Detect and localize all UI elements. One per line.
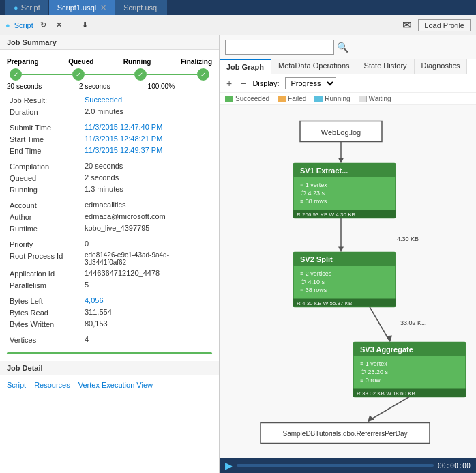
close-button[interactable]: ✕ [53, 19, 65, 31]
legend-running-box [314, 96, 323, 102]
root-process-value: ede81426-e9c1-43ad-9a4d-3d3441f0af62 [82, 250, 212, 268]
toolbar: ● Script ↻ ✕ ⬇ ✉ Load Profile [0, 15, 476, 35]
script-link[interactable]: Script [7, 381, 26, 389]
vertices-label: Vertices [7, 334, 82, 345]
edge-arrow-3 [386, 336, 392, 343]
weblog-label: WebLog.log [321, 128, 361, 137]
play-button[interactable]: ▶ [225, 460, 233, 471]
parallelism-label: Parallelism [7, 279, 82, 291]
sv1-detail2: ⏱ 4.23 s [300, 190, 325, 197]
sv2-detail3: ≡ 38 rows [300, 287, 327, 293]
priority-label: Priority [7, 238, 82, 250]
queued-label: Queued [7, 172, 82, 184]
tab-job-graph[interactable]: Job Graph [220, 59, 271, 74]
info-table: Job Result: Succeeded Duration 2.0 minut… [7, 94, 212, 345]
author-value: edmaca@microsoft.com [82, 211, 212, 223]
edge-arrow-2 [338, 247, 344, 253]
running-value: 1.3 minutes [82, 184, 212, 195]
priority-value: 0 [82, 238, 212, 250]
legend-succeeded: Succeeded [225, 95, 269, 102]
start-time-value: 11/3/2015 12:48:21 PM [82, 133, 212, 145]
account-label: Account [7, 199, 82, 211]
sv3-footer: R 33.02 KB W 18.60 KB [357, 390, 415, 397]
legend-succeeded-box [225, 96, 233, 102]
vertex-execution-link[interactable]: Vertex Execution View [78, 381, 153, 389]
legend-waiting: Waiting [359, 95, 391, 102]
output-label: SampleDBTutorials.dbo.ReferrersPerDay [282, 430, 407, 438]
tab-script2[interactable]: Script.usql [115, 0, 167, 15]
sv3-detail3: ≡ 0 row [360, 377, 381, 384]
submit-time-value: 11/3/2015 12:47:40 PM [82, 121, 212, 133]
app-id-label: Application Id [7, 268, 82, 279]
tab-script[interactable]: ● Script [5, 0, 49, 15]
legend-failed: Failed [278, 95, 306, 102]
app-id-value: 1446364712120_4478 [82, 268, 212, 279]
sv2-footer: R 4.30 KB W 55.37 KB [297, 300, 352, 306]
job-detail-links: Script Resources Vertex Execution View [7, 381, 212, 389]
progress-bar [7, 352, 212, 354]
message-button[interactable]: ✉ [400, 17, 414, 33]
time-display: 00:00:00 [438, 462, 471, 470]
progress-track[interactable] [237, 464, 434, 467]
legend-running: Running [314, 95, 350, 102]
zoom-out-button[interactable]: − [239, 78, 247, 89]
legend-succeeded-label: Succeeded [235, 95, 269, 102]
sv1-detail1: ≡ 1 vertex [300, 182, 327, 188]
job-result-label: Job Result: [7, 94, 82, 106]
root-process-label: Root Process Id [7, 250, 82, 268]
tab-script1[interactable]: Script1.usql ✕ [49, 0, 115, 15]
title-bar: ● Script Script1.usql ✕ Script.usql [0, 0, 476, 15]
search-button[interactable]: 🔍 [337, 42, 348, 53]
running-label: Running [7, 184, 82, 195]
display-select[interactable]: Progress [285, 77, 336, 89]
step-running-label: Running [123, 58, 151, 66]
refresh-button[interactable]: ↻ [38, 19, 49, 31]
graph-svg: WebLog.log SV1 Extract... ≡ 1 vertex ⏱ 4… [220, 105, 476, 458]
step-finalizing-label: Finalizing [181, 58, 212, 66]
display-label: Display: [252, 79, 279, 87]
bytes-left-value: 4,056 [82, 295, 212, 306]
job-summary-header: Job Summary [0, 35, 219, 50]
bytes-read-label: Bytes Read [7, 306, 82, 318]
queued-value: 2 seconds [82, 172, 212, 184]
script-label: Script [14, 21, 33, 29]
close-script1-icon[interactable]: ✕ [100, 3, 106, 12]
tab-bar: Job Graph MetaData Operations State Hist… [220, 59, 476, 74]
runtime-label: Runtime [7, 223, 82, 234]
job-summary: Preparing Queued Running Finalizing ✓ ✓ … [0, 50, 219, 360]
end-time-value: 11/3/2015 12:49:37 PM [82, 145, 212, 156]
legend-failed-label: Failed [288, 95, 306, 102]
compilation-value: 20 seconds [82, 160, 212, 172]
left-panel: Job Summary Preparing Queued Running Fin… [0, 35, 220, 473]
graph-area[interactable]: WebLog.log SV1 Extract... ≡ 1 vertex ⏱ 4… [220, 105, 476, 458]
zoom-in-button[interactable]: + [225, 78, 233, 89]
resources-link[interactable]: Resources [34, 381, 70, 389]
sv1-label: SV1 Extract... [300, 167, 348, 175]
bytes-written-value: 80,153 [82, 318, 212, 330]
search-input[interactable] [225, 40, 334, 55]
display-bar: + − Display: Progress [220, 74, 476, 93]
tab-state-history[interactable]: State History [357, 59, 415, 74]
right-panel: 🔍 Job Graph MetaData Operations State Hi… [220, 35, 476, 473]
submit-time-label: Submit Time [7, 121, 82, 133]
step-line-2 [85, 74, 135, 75]
runtime-value: kobo_live_4397795 [82, 223, 212, 234]
end-time-label: End Time [7, 145, 82, 156]
sv1-footer: R 266.93 KB W 4.30 KB [297, 212, 355, 218]
download-button[interactable]: ⬇ [79, 19, 91, 31]
step-queued-value: 2 seconds [79, 83, 110, 90]
load-profile-button[interactable]: Load Profile [418, 19, 471, 31]
legend: Succeeded Failed Running Waiting [220, 93, 476, 105]
parallelism-value: 5 [82, 279, 212, 291]
bottom-bar: ▶ 00:00:00 [220, 458, 476, 473]
script-icon: ● [14, 3, 18, 12]
step-queued-label: Queued [68, 58, 93, 66]
tab-metadata[interactable]: MetaData Operations [271, 59, 357, 74]
edge-label-2: 33.02 K... [400, 319, 427, 326]
step-queued-circle: ✓ [72, 68, 85, 81]
sv2-detail2: ⏱ 4.10 s [300, 278, 325, 285]
tab-diagnostics[interactable]: Diagnostics [415, 59, 468, 74]
job-detail: Script Resources Vertex Execution View [0, 375, 219, 395]
sv3-detail2: ⏱ 23.20 s [360, 369, 389, 375]
main-content: Job Summary Preparing Queued Running Fin… [0, 35, 476, 473]
